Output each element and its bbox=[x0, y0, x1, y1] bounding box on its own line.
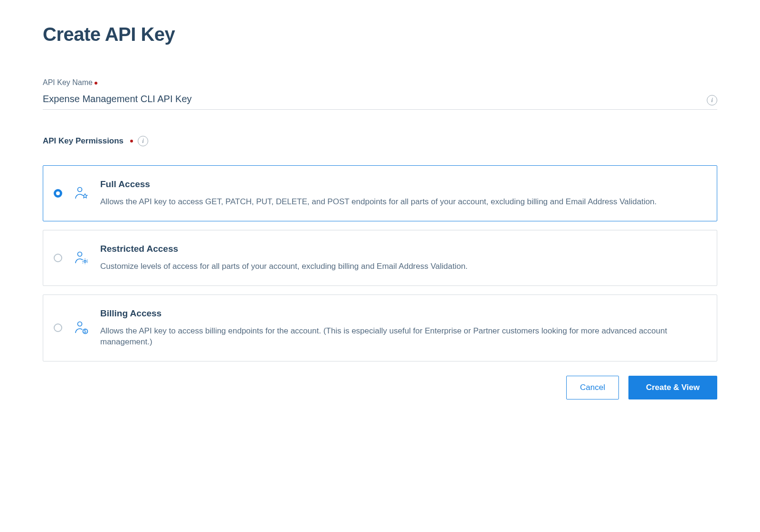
user-gear-icon bbox=[74, 250, 89, 266]
option-title: Billing Access bbox=[100, 308, 703, 319]
create-view-button[interactable]: Create & View bbox=[628, 376, 717, 399]
option-body: Full Access Allows the API key to access… bbox=[100, 179, 703, 208]
permission-option-billing-access[interactable]: Billing Access Allows the API key to acc… bbox=[43, 294, 717, 362]
api-key-name-row: i bbox=[43, 91, 717, 110]
option-body: Billing Access Allows the API key to acc… bbox=[100, 308, 703, 348]
option-title: Restricted Access bbox=[100, 244, 703, 254]
option-description: Allows the API key to access billing end… bbox=[100, 325, 703, 348]
user-dollar-icon bbox=[74, 320, 89, 335]
required-indicator bbox=[95, 82, 97, 85]
user-star-icon bbox=[74, 186, 89, 201]
radio-billing-access[interactable] bbox=[54, 323, 62, 332]
required-indicator bbox=[130, 140, 133, 142]
radio-restricted-access[interactable] bbox=[54, 254, 62, 262]
permission-option-full-access[interactable]: Full Access Allows the API key to access… bbox=[43, 165, 717, 221]
permissions-label: API Key Permissions i bbox=[43, 136, 717, 146]
radio-full-access[interactable] bbox=[54, 189, 62, 198]
page-title: Create API Key bbox=[43, 24, 717, 45]
permission-option-restricted-access[interactable]: Restricted Access Customize levels of ac… bbox=[43, 230, 717, 286]
api-key-name-label: API Key Name bbox=[43, 78, 717, 87]
option-description: Allows the API key to access GET, PATCH,… bbox=[100, 196, 703, 208]
svg-point-2 bbox=[84, 260, 86, 262]
svg-point-0 bbox=[78, 187, 82, 191]
option-description: Customize levels of access for all parts… bbox=[100, 261, 703, 272]
svg-point-3 bbox=[78, 322, 82, 326]
info-icon[interactable]: i bbox=[707, 95, 717, 105]
svg-point-1 bbox=[78, 252, 82, 256]
api-key-name-input[interactable] bbox=[43, 91, 707, 109]
option-title: Full Access bbox=[100, 179, 703, 190]
button-row: Cancel Create & View bbox=[43, 376, 717, 399]
option-body: Restricted Access Customize levels of ac… bbox=[100, 244, 703, 272]
cancel-button[interactable]: Cancel bbox=[566, 376, 619, 399]
info-icon[interactable]: i bbox=[138, 136, 148, 146]
